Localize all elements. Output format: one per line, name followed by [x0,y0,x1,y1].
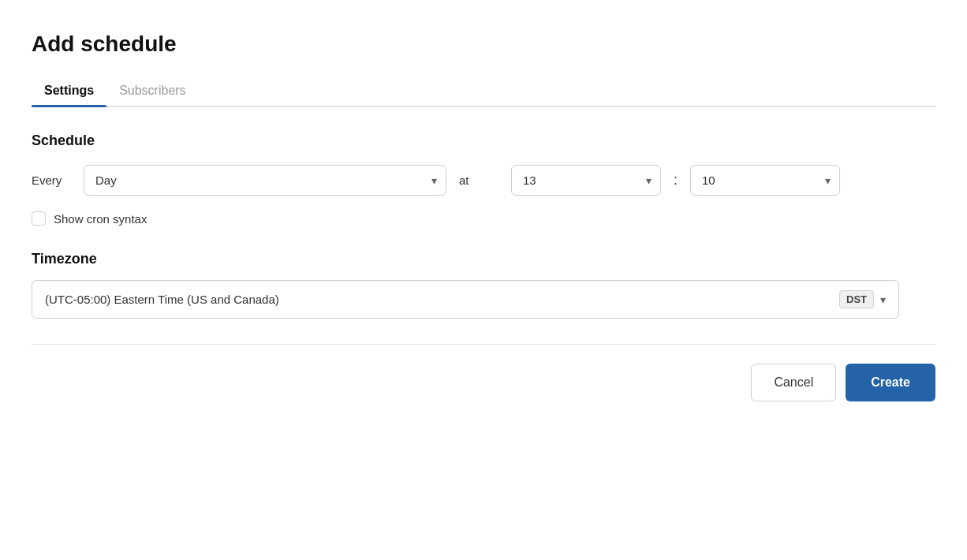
timezone-chevron-icon: ▾ [880,293,886,306]
cancel-button[interactable]: Cancel [751,364,836,401]
timezone-section-title: Timezone [32,251,926,267]
show-cron-checkbox[interactable] [32,211,46,226]
dst-badge: DST [839,290,874,308]
tab-settings[interactable]: Settings [32,76,106,106]
hour-select-wrapper: 13 ▾ [511,165,661,196]
timezone-select[interactable]: (UTC-05:00) Eastern Time (US and Canada)… [32,280,899,319]
cron-syntax-row: Show cron syntax [32,211,926,226]
create-button[interactable]: Create [846,364,935,401]
every-label: Every [32,174,71,187]
frequency-select[interactable]: Day Week Month [84,165,446,196]
show-cron-label: Show cron syntax [54,212,147,226]
timezone-value: (UTC-05:00) Eastern Time (US and Canada) [45,293,839,306]
at-label: at [459,174,498,187]
dialog-footer: Cancel Create [32,364,935,414]
tab-content-settings: Schedule Every Day Week Month ▾ at 13 ▾ … [32,133,935,319]
schedule-frequency-row: Every Day Week Month ▾ at 13 ▾ : 10 [32,165,926,196]
minute-select[interactable]: 10 [690,165,840,196]
frequency-select-wrapper: Day Week Month ▾ [84,165,446,196]
tab-subscribers[interactable]: Subscribers [106,76,198,106]
time-colon: : [674,172,678,189]
footer-divider [32,344,935,345]
add-schedule-dialog: Add schedule Settings Subscribers Schedu… [0,0,967,560]
minute-select-wrapper: 10 ▾ [690,165,840,196]
tab-bar: Settings Subscribers [32,76,935,107]
hour-select[interactable]: 13 [511,165,661,196]
dialog-title: Add schedule [32,32,935,57]
schedule-section-title: Schedule [32,133,926,149]
